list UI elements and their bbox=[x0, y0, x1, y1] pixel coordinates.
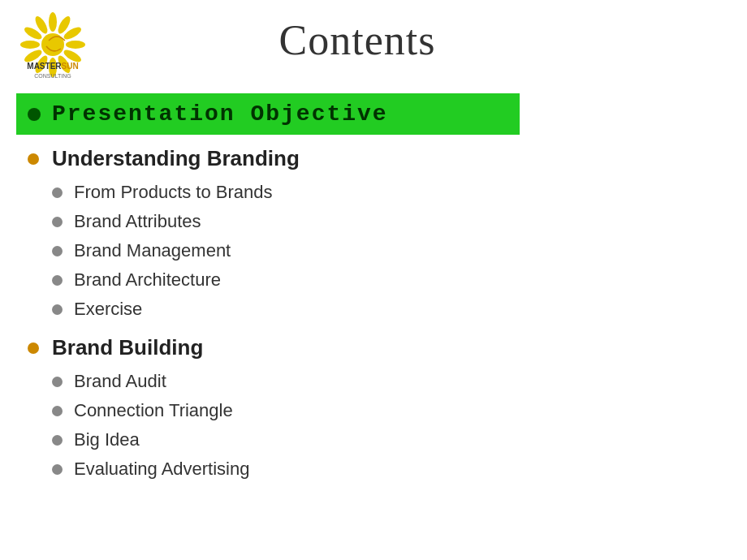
page-title: Contents bbox=[0, 0, 747, 64]
level2-label: Brand Management bbox=[74, 240, 231, 261]
level2-bullet bbox=[52, 275, 63, 286]
level2-label: Exercise bbox=[74, 299, 142, 320]
item-big-idea[interactable]: Big Idea bbox=[41, 425, 520, 454]
level2-label: Brand Attributes bbox=[74, 211, 201, 232]
level2-label: Evaluating Advertising bbox=[74, 459, 249, 480]
level2-bullet bbox=[52, 435, 63, 446]
level2-label: Big Idea bbox=[74, 429, 140, 450]
level2-label: Brand Audit bbox=[74, 371, 166, 392]
item-brand-audit[interactable]: Brand Audit bbox=[41, 367, 520, 396]
svg-point-9 bbox=[20, 41, 40, 49]
level2-bullet bbox=[52, 217, 63, 227]
item-connection-triangle[interactable]: Connection Triangle bbox=[41, 396, 520, 425]
logo: MASTERSUN CONSULTING bbox=[8, 8, 97, 85]
level2-bullet bbox=[52, 187, 63, 198]
item-brand-architecture[interactable]: Brand Architecture bbox=[41, 265, 520, 295]
svg-text:MASTERSUN: MASTERSUN bbox=[27, 62, 78, 71]
brand-building-children: Brand Audit Connection Triangle Big Idea… bbox=[41, 367, 520, 484]
svg-point-12 bbox=[41, 33, 64, 56]
svg-text:CONSULTING: CONSULTING bbox=[34, 73, 71, 79]
section-brand-building[interactable]: Brand Building bbox=[16, 330, 520, 365]
highlight-bullet bbox=[28, 108, 41, 121]
level2-bullet bbox=[52, 246, 63, 256]
level1-label: Brand Building bbox=[52, 335, 203, 360]
item-brand-attributes[interactable]: Brand Attributes bbox=[41, 207, 520, 236]
level2-label: Brand Architecture bbox=[74, 269, 221, 291]
level2-bullet bbox=[52, 377, 63, 387]
item-brand-management[interactable]: Brand Management bbox=[41, 236, 520, 265]
level2-bullet bbox=[52, 464, 63, 475]
level2-label: Connection Triangle bbox=[74, 400, 233, 421]
svg-point-3 bbox=[66, 41, 85, 49]
level2-bullet bbox=[52, 406, 63, 416]
understanding-branding-children: From Products to Brands Brand Attributes… bbox=[41, 178, 520, 324]
highlight-label: Presentation Objective bbox=[52, 101, 388, 127]
level1-label: Understanding Branding bbox=[52, 146, 300, 171]
item-exercise[interactable]: Exercise bbox=[41, 295, 520, 324]
svg-point-0 bbox=[49, 12, 57, 32]
item-from-products[interactable]: From Products to Brands bbox=[41, 178, 520, 207]
level1-bullet bbox=[28, 342, 39, 354]
level2-bullet bbox=[52, 304, 63, 315]
item-evaluating-advertising[interactable]: Evaluating Advertising bbox=[41, 454, 520, 484]
level1-bullet bbox=[28, 153, 39, 165]
level2-label: From Products to Brands bbox=[74, 182, 273, 203]
highlight-presentation-objective[interactable]: Presentation Objective bbox=[16, 93, 520, 135]
section-understanding-branding[interactable]: Understanding Branding bbox=[16, 141, 520, 176]
content-area: Presentation Objective Understanding Bra… bbox=[16, 93, 520, 485]
